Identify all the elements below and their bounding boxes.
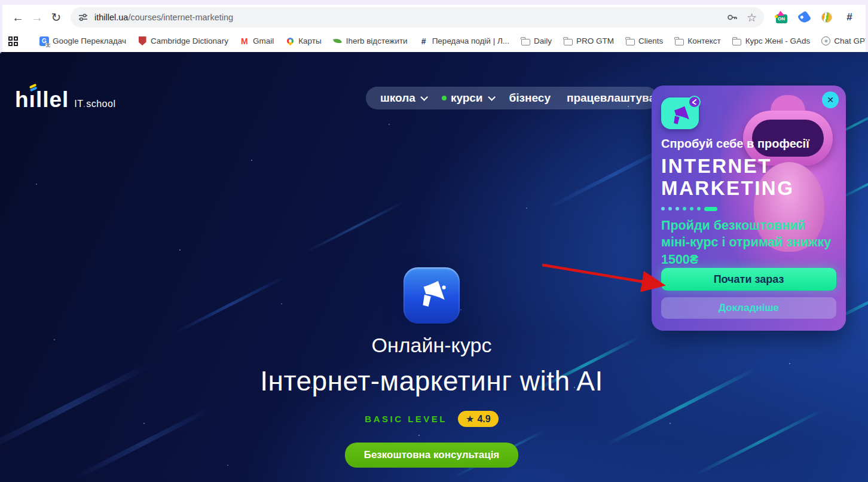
hillel-logo[interactable]: hıllel IT school bbox=[15, 89, 115, 111]
bookmark-maps[interactable]: Карты bbox=[282, 35, 325, 48]
bookmark-cambridge[interactable]: Cambridge Dictionary bbox=[134, 35, 232, 48]
popup-eyebrow: Спробуй себе в професії bbox=[661, 137, 836, 151]
bookmark-iherb[interactable]: Iherb відстежити bbox=[329, 35, 411, 48]
map-pin-icon bbox=[285, 36, 295, 46]
start-now-button[interactable]: Почати зараз bbox=[661, 268, 836, 291]
bookmark-folder-kontekst[interactable]: Контекст bbox=[671, 35, 724, 48]
folder-icon bbox=[563, 36, 573, 46]
nav-item-school[interactable]: школа bbox=[380, 91, 426, 105]
hero-section: Онлайн-курс Інтернет-маркетинг with AI B… bbox=[133, 267, 731, 468]
bookmark-star-icon[interactable]: ☆ bbox=[747, 12, 757, 23]
carousel-dots[interactable] bbox=[661, 207, 836, 211]
gmail-icon: M bbox=[240, 36, 249, 46]
bookmarks-bar: GGoogle Перекладач Cambridge Dictionary … bbox=[2, 30, 866, 52]
extension-on-icon[interactable]: ON bbox=[775, 11, 788, 24]
background-stars bbox=[0, 52, 1, 53]
url-text[interactable]: ithillel.ua/courses/internet-marketing bbox=[94, 13, 726, 22]
url-path: /courses/internet-marketing bbox=[128, 13, 233, 22]
back-button[interactable]: ← bbox=[8, 8, 27, 27]
course-title: Інтернет-маркетинг with AI bbox=[260, 365, 603, 397]
streak-decoration bbox=[0, 362, 152, 454]
marketing-app-icon bbox=[661, 97, 699, 129]
folder-icon bbox=[732, 36, 742, 46]
megaphone-icon bbox=[414, 278, 449, 313]
popup-promo-text: Пройди безкоштовний міні-курс і отримай … bbox=[661, 217, 836, 268]
course-app-icon bbox=[404, 267, 460, 324]
browser-toolbar: ← → ↻ ithillel.ua/courses/internet-marke… bbox=[2, 5, 866, 30]
chevron-down-icon bbox=[488, 93, 496, 101]
bookmark-gmail[interactable]: MGmail bbox=[236, 35, 277, 48]
bookmark-google-translate[interactable]: GGoogle Перекладач bbox=[36, 35, 130, 48]
extension-circle-icon[interactable] bbox=[820, 11, 833, 24]
reload-button[interactable]: ↻ bbox=[47, 8, 66, 27]
leaf-icon bbox=[333, 36, 343, 46]
flag-accent-icon bbox=[29, 85, 37, 91]
streak-decoration bbox=[304, 200, 407, 254]
course-level-row: BASIC LEVEL ★4.9 bbox=[365, 411, 498, 427]
main-navigation: школа курси бізнесу працевлаштування bbox=[366, 87, 658, 109]
extensions-row: ON # bbox=[771, 11, 860, 24]
url-domain: ithillel.ua bbox=[94, 13, 128, 22]
active-dot-icon bbox=[442, 96, 447, 100]
logo-suffix: IT school bbox=[74, 99, 115, 109]
shield-icon bbox=[137, 36, 147, 46]
bookmark-folder-daily[interactable]: Daily bbox=[517, 35, 555, 48]
more-details-button[interactable]: Докладніше bbox=[661, 297, 836, 319]
rating-value: 4.9 bbox=[477, 414, 490, 425]
free-consultation-button[interactable]: Безкоштовна консультація bbox=[345, 443, 519, 468]
promo-popup: ✕ Спробуй себе в професії INTERNET MARKE… bbox=[652, 86, 846, 331]
folder-icon bbox=[625, 36, 635, 46]
chevron-down-icon bbox=[420, 93, 428, 101]
forward-button[interactable]: → bbox=[27, 8, 47, 27]
page-content: hıllel IT school школа курси бізнесу пра… bbox=[0, 52, 868, 482]
address-bar[interactable]: ithillel.ua/courses/internet-marketing ☆ bbox=[71, 7, 764, 28]
bookmark-events[interactable]: #Передача подій | Л... bbox=[415, 35, 513, 48]
course-format-label: Онлайн-курс bbox=[372, 334, 492, 357]
translate-icon: G bbox=[39, 36, 49, 46]
nav-item-courses[interactable]: курси bbox=[442, 91, 493, 105]
extension-hash-icon[interactable]: # bbox=[843, 11, 856, 24]
rating-badge: ★4.9 bbox=[458, 411, 499, 427]
bookmark-folder-clients[interactable]: Clients bbox=[622, 35, 667, 48]
bookmark-chatgpt[interactable]: ✳Chat GPT bbox=[818, 35, 866, 47]
browser-chrome: ← → ↻ ithillel.ua/courses/internet-marke… bbox=[0, 0, 868, 52]
folder-icon bbox=[674, 36, 684, 46]
megaphone-icon bbox=[668, 104, 692, 129]
nav-item-business[interactable]: бізнесу bbox=[509, 91, 551, 105]
course-level-label: BASIC LEVEL bbox=[365, 414, 447, 424]
password-key-icon[interactable] bbox=[726, 11, 738, 23]
bookmark-folder-gads[interactable]: Курс Жені - GAds bbox=[729, 35, 814, 48]
star-icon: ★ bbox=[466, 413, 474, 425]
popup-course-title: INTERNET MARKETING bbox=[661, 155, 799, 200]
site-settings-icon[interactable] bbox=[78, 12, 88, 23]
apps-grid-icon[interactable] bbox=[8, 36, 18, 46]
extension-tag-icon[interactable] bbox=[797, 11, 811, 24]
bookmark-folder-pro-gtm[interactable]: PRO GTM bbox=[560, 35, 618, 48]
browser-window: ← → ↻ ithillel.ua/courses/internet-marke… bbox=[0, 0, 868, 482]
runner-badge-icon bbox=[688, 96, 701, 108]
hash-icon: # bbox=[419, 36, 429, 46]
folder-icon bbox=[521, 36, 530, 46]
logo-wordmark: hıllel bbox=[15, 89, 69, 111]
openai-icon: ✳ bbox=[821, 36, 830, 45]
